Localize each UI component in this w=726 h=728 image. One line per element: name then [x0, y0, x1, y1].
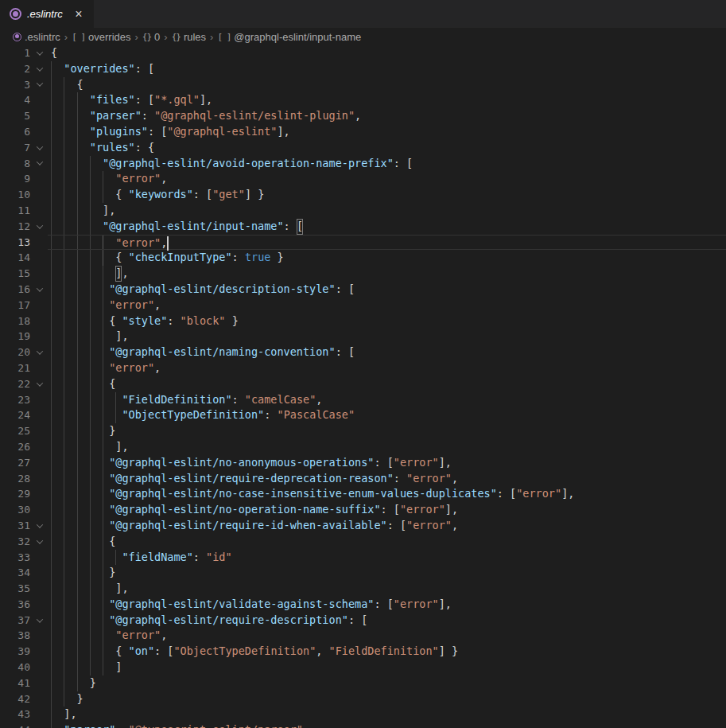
line-number[interactable]: 13 — [0, 235, 32, 251]
code-line-body[interactable]: "@graphql-eslint/no-operation-name-suffi… — [48, 502, 726, 518]
code-line-body[interactable]: "parser": "@graphql-eslint/eslint-plugin… — [48, 108, 726, 124]
code-line-body[interactable]: } — [48, 565, 726, 581]
code-line-body[interactable]: "@graphql-eslint/validate-against-schema… — [48, 597, 726, 613]
code-line-body[interactable]: { "keywords": ["get"] } — [48, 187, 726, 203]
line-number[interactable]: 14 — [0, 250, 32, 266]
code-line-body[interactable]: { — [48, 45, 726, 61]
breadcrumb-item-0[interactable]: {}0 — [142, 31, 160, 43]
line-number[interactable]: 33 — [0, 550, 32, 566]
line-number[interactable]: 41 — [0, 675, 32, 691]
code-line-body[interactable]: { "on": ["ObjectTypeDefinition", "FieldD… — [48, 644, 726, 660]
fold-cell[interactable] — [32, 376, 48, 392]
line-number[interactable]: 44 — [0, 722, 32, 728]
code-line-body[interactable]: ], — [48, 329, 726, 345]
fold-cell[interactable] — [32, 156, 48, 172]
fold-cell[interactable] — [32, 534, 48, 550]
code-line-body[interactable]: ] — [48, 660, 726, 675]
code-line-body[interactable]: { "checkInputType": true } — [48, 250, 726, 266]
code-line-body[interactable]: } — [48, 675, 726, 691]
fold-cell[interactable] — [32, 345, 48, 360]
code-line-body[interactable]: "parser": "@typescript-eslint/parser" — [48, 722, 726, 728]
code-line-body[interactable]: "error", — [48, 628, 726, 644]
line-number[interactable]: 23 — [0, 392, 32, 408]
code-line-body[interactable]: ], — [48, 581, 726, 597]
code-line-body[interactable]: "files": ["*.gql"], — [48, 92, 726, 108]
code-line-body[interactable]: "error", — [48, 360, 726, 376]
breadcrumb-item--eslintrc[interactable]: .eslintrc — [13, 31, 60, 43]
line-number[interactable]: 27 — [0, 455, 32, 471]
tab-eslintrc[interactable]: .eslintrc × — [0, 0, 94, 28]
line-number[interactable]: 2 — [0, 61, 32, 77]
code-line-body[interactable]: { — [48, 534, 726, 550]
line-number[interactable]: 8 — [0, 156, 32, 172]
line-number[interactable]: 6 — [0, 124, 32, 140]
fold-cell[interactable] — [32, 219, 48, 235]
line-number[interactable]: 31 — [0, 518, 32, 534]
code-line-body[interactable]: "plugins": ["@graphql-eslint"], — [48, 124, 726, 140]
line-number[interactable]: 7 — [0, 140, 32, 156]
line-number[interactable]: 20 — [0, 345, 32, 360]
close-icon[interactable]: × — [72, 8, 86, 21]
line-number[interactable]: 10 — [0, 187, 32, 203]
fold-cell[interactable] — [32, 140, 48, 156]
line-number[interactable]: 4 — [0, 92, 32, 108]
code-line-body[interactable]: "error", — [48, 235, 726, 251]
code-line-body[interactable]: "error", — [48, 171, 726, 187]
line-number[interactable]: 21 — [0, 360, 32, 376]
line-number[interactable]: 17 — [0, 298, 32, 313]
line-number[interactable]: 16 — [0, 282, 32, 298]
code-line-body[interactable]: "overrides": [ — [48, 61, 726, 77]
code-line-body[interactable]: "@graphql-eslint/no-anonymous-operations… — [48, 455, 726, 471]
line-number[interactable]: 28 — [0, 471, 32, 487]
line-number[interactable]: 5 — [0, 108, 32, 124]
code-line-body[interactable]: ], — [48, 266, 726, 282]
line-number[interactable]: 9 — [0, 171, 32, 187]
code-line-body[interactable]: "@graphql-eslint/avoid-operation-name-pr… — [48, 156, 726, 172]
line-number[interactable]: 38 — [0, 628, 32, 644]
fold-cell[interactable] — [32, 282, 48, 298]
line-number[interactable]: 40 — [0, 660, 32, 675]
line-number[interactable]: 39 — [0, 644, 32, 660]
code-line-body[interactable]: ], — [48, 203, 726, 219]
line-number[interactable]: 22 — [0, 376, 32, 392]
line-number[interactable]: 32 — [0, 534, 32, 550]
breadcrumb-item--graphql-eslint-input-name[interactable]: [ ]@graphql-eslint/input-name — [217, 31, 361, 43]
code-line-body[interactable]: "@graphql-eslint/require-id-when-availab… — [48, 518, 726, 534]
line-number[interactable]: 3 — [0, 77, 32, 93]
line-number[interactable]: 24 — [0, 407, 32, 423]
code-line-body[interactable]: { — [48, 376, 726, 392]
fold-cell[interactable] — [32, 613, 48, 629]
code-line-body[interactable]: "error", — [48, 298, 726, 313]
line-number[interactable]: 34 — [0, 565, 32, 581]
line-number[interactable]: 30 — [0, 502, 32, 518]
line-number[interactable]: 29 — [0, 486, 32, 502]
fold-cell[interactable] — [32, 61, 48, 77]
code-line-body[interactable]: "@graphql-eslint/description-style": [ — [48, 282, 726, 298]
line-number[interactable]: 37 — [0, 613, 32, 629]
line-number[interactable]: 26 — [0, 439, 32, 455]
line-number[interactable]: 19 — [0, 329, 32, 345]
line-number[interactable]: 1 — [0, 45, 32, 61]
code-line-body[interactable]: } — [48, 691, 726, 707]
fold-cell[interactable] — [32, 77, 48, 93]
line-number[interactable]: 36 — [0, 597, 32, 613]
code-line-body[interactable]: } — [48, 423, 726, 439]
line-number[interactable]: 42 — [0, 691, 32, 707]
line-number[interactable]: 12 — [0, 219, 32, 235]
breadcrumb-item-rules[interactable]: {}rules — [172, 31, 206, 43]
code-line-body[interactable]: ], — [48, 439, 726, 455]
code-line-body[interactable]: "FieldDefinition": "camelCase", — [48, 392, 726, 408]
line-number[interactable]: 43 — [0, 707, 32, 722]
line-number[interactable]: 15 — [0, 266, 32, 282]
code-line-body[interactable]: ], — [48, 707, 726, 722]
line-number[interactable]: 11 — [0, 203, 32, 219]
code-line-body[interactable]: "fieldName": "id" — [48, 550, 726, 566]
code-line-body[interactable]: "@graphql-eslint/require-description": [ — [48, 613, 726, 629]
code-line-body[interactable]: "@graphql-eslint/naming-convention": [ — [48, 345, 726, 360]
code-line-body[interactable]: "ObjectTypeDefinition": "PascalCase" — [48, 407, 726, 423]
code-line-body[interactable]: { — [48, 77, 726, 93]
fold-cell[interactable] — [32, 45, 48, 61]
code-line-body[interactable]: "@graphql-eslint/no-case-insensitive-enu… — [48, 486, 726, 502]
code-line-body[interactable]: "@graphql-eslint/input-name": [ — [48, 219, 726, 235]
code-line-body[interactable]: { "style": "block" } — [48, 313, 726, 329]
